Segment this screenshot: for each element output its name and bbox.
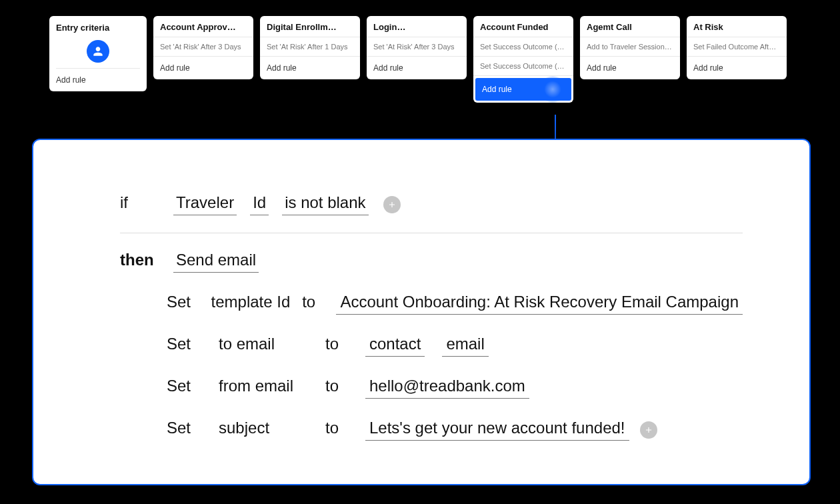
rule-summary[interactable]: Set Failed Outcome After 30 bbox=[687, 37, 787, 57]
value-tokens: Account Onboarding: At Risk Recovery Ema… bbox=[336, 293, 743, 315]
connector-line bbox=[555, 115, 556, 140]
rule-editor-panel: if TravelerIdis not blank then Send emai… bbox=[32, 139, 811, 485]
person-icon bbox=[87, 40, 109, 63]
rule-summary[interactable]: Set Success Outcome (Acc… bbox=[473, 37, 573, 57]
to-keyword: to bbox=[325, 335, 365, 353]
add-rule-button[interactable]: Add rule bbox=[260, 57, 360, 79]
then-row: then Send email bbox=[120, 251, 743, 273]
stage-title: Entry criteria bbox=[49, 16, 147, 37]
add-rule-button[interactable]: Add rule bbox=[475, 78, 571, 101]
stage-card: Login…Set 'At Risk' After 3 DaysAdd rule bbox=[367, 16, 467, 79]
stage-card: Account FundedSet Success Outcome (Acc…S… bbox=[473, 16, 573, 103]
stage-title: Digital Enrollm… bbox=[260, 16, 360, 37]
stage-card: Digital Enrollm…Set 'At Risk' After 1 Da… bbox=[260, 16, 360, 79]
value-tokens: contactemail bbox=[365, 335, 489, 357]
set-field-label: to email bbox=[219, 335, 325, 353]
set-field-label: from email bbox=[219, 377, 325, 395]
if-keyword: if bbox=[120, 193, 167, 212]
condition-token[interactable]: is not blank bbox=[282, 193, 368, 215]
value-token[interactable]: Account Onboarding: At Risk Recovery Ema… bbox=[336, 293, 743, 315]
plus-icon bbox=[644, 425, 653, 435]
ripple-indicator bbox=[539, 76, 566, 103]
to-keyword: to bbox=[325, 377, 365, 395]
if-row: if TravelerIdis not blank bbox=[120, 193, 743, 233]
add-rule-button[interactable]: Add rule bbox=[367, 57, 467, 79]
rule-summary[interactable]: Set 'At Risk' After 3 Days bbox=[153, 37, 253, 57]
set-row: Setfrom emailtohello@treadbank.com bbox=[120, 377, 743, 399]
stage-title: At Risk bbox=[687, 16, 787, 37]
set-row: Settemplate IdtoAccount Onboarding: At R… bbox=[120, 293, 743, 315]
value-tokens: Lets's get your new account funded! bbox=[365, 419, 629, 441]
add-rule-button[interactable]: Add rule bbox=[153, 57, 253, 79]
plus-icon bbox=[387, 200, 397, 209]
stage-card: Account Approv…Set 'At Risk' After 3 Day… bbox=[153, 16, 253, 79]
stage-title: Account Approv… bbox=[153, 16, 253, 37]
stage-card: Agemt CallAdd to Traveler Session: JourA… bbox=[580, 16, 680, 79]
value-token[interactable]: contact bbox=[365, 335, 425, 357]
if-tokens: TravelerIdis not blank bbox=[167, 193, 373, 215]
condition-token[interactable]: Traveler bbox=[173, 193, 237, 215]
add-rule-button[interactable]: Add rule bbox=[580, 57, 680, 79]
value-token[interactable]: hello@treadbank.com bbox=[365, 377, 529, 399]
add-condition-button[interactable] bbox=[383, 196, 401, 213]
value-token[interactable]: Lets's get your new account funded! bbox=[365, 419, 629, 441]
set-keyword: Set bbox=[167, 293, 211, 311]
set-row: SetsubjecttoLets's get your new account … bbox=[120, 419, 743, 441]
set-keyword: Set bbox=[167, 419, 219, 437]
stage-card: Entry criteriaAdd rule bbox=[49, 16, 147, 91]
action-token[interactable]: Send email bbox=[173, 251, 259, 273]
rule-summary[interactable]: Set 'At Risk' After 3 Days bbox=[367, 37, 467, 57]
to-keyword: to bbox=[325, 419, 365, 437]
then-keyword: then bbox=[120, 251, 167, 269]
set-field-label: template Id bbox=[211, 293, 303, 311]
add-set-button[interactable] bbox=[640, 421, 657, 439]
stage-card: At RiskSet Failed Outcome After 30Add ru… bbox=[687, 16, 787, 79]
stage-title: Login… bbox=[367, 16, 467, 37]
set-field-label: subject bbox=[219, 419, 325, 437]
value-token[interactable]: email bbox=[442, 335, 488, 357]
rule-summary[interactable]: Set Success Outcome (Acc… bbox=[473, 57, 573, 76]
entry-avatar-wrap bbox=[56, 37, 140, 69]
value-tokens: hello@treadbank.com bbox=[365, 377, 529, 399]
stage-title: Agemt Call bbox=[580, 16, 680, 37]
set-keyword: Set bbox=[167, 377, 219, 395]
add-rule-button[interactable]: Add rule bbox=[49, 69, 147, 91]
rule-summary[interactable]: Add to Traveler Session: Jour bbox=[580, 37, 680, 57]
to-keyword: to bbox=[302, 293, 336, 311]
stage-title: Account Funded bbox=[473, 16, 573, 37]
rule-summary[interactable]: Set 'At Risk' After 1 Days bbox=[260, 37, 360, 57]
condition-token[interactable]: Id bbox=[250, 193, 269, 215]
set-row: Setto emailtocontactemail bbox=[120, 335, 743, 357]
set-keyword: Set bbox=[167, 335, 219, 353]
stage-row: Entry criteriaAdd ruleAccount Approv…Set… bbox=[0, 0, 840, 103]
then-block: then Send email Settemplate IdtoAccount … bbox=[120, 251, 743, 441]
add-rule-button[interactable]: Add rule bbox=[687, 57, 787, 79]
